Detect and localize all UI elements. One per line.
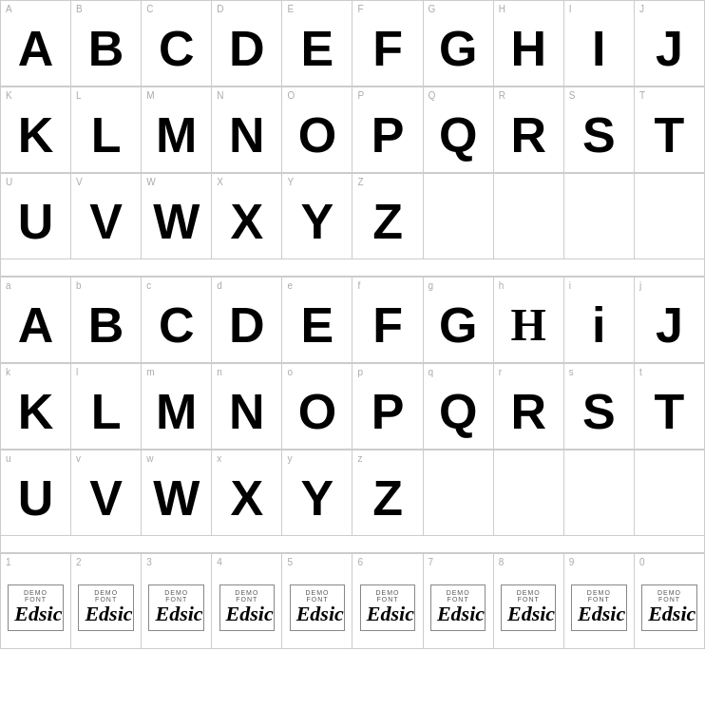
cell-label: i <box>569 280 571 291</box>
grid-cell: 3 DEMO FONT Edsic <box>142 554 212 649</box>
grid-cell: EE <box>282 1 352 86</box>
watermark-cell: DEMO FONT Edsic <box>282 581 352 634</box>
grid-cell: aA <box>1 278 71 363</box>
grid-cell: lL <box>71 364 142 450</box>
cell-character: V <box>89 473 123 523</box>
cell-label: d <box>217 280 222 291</box>
grid-cell: LL <box>71 87 142 173</box>
grid-cell: QQ <box>424 87 494 173</box>
cell-character: X <box>231 197 264 246</box>
lowercase-row-3: uUvVwWxXyYzZ <box>0 450 705 536</box>
cell-label: f <box>357 280 360 291</box>
cell-label: J <box>639 4 644 14</box>
watermark-top-text: DEMO FONT <box>648 589 691 603</box>
cell-character: J <box>656 24 683 73</box>
cell-label: L <box>76 90 82 101</box>
cell-character: E <box>301 24 334 73</box>
cell-label: t <box>639 367 642 377</box>
cell-character: U <box>18 473 54 523</box>
cell-label: s <box>569 367 574 377</box>
grid-cell <box>424 174 494 259</box>
cell-character: G <box>439 300 477 350</box>
cell-character: O <box>298 387 336 436</box>
grid-cell: mM <box>142 364 212 450</box>
grid-cell: GG <box>424 1 494 86</box>
uppercase-row-1: AABBCCDDEEFFGGHHIIJJ <box>0 0 705 86</box>
watermark-script-text: Edsic <box>14 603 57 625</box>
cell-label: 0 <box>639 557 645 567</box>
cell-character: J <box>656 300 683 350</box>
grid-cell: xX <box>212 450 282 536</box>
cell-character: I <box>592 24 605 73</box>
grid-cell <box>424 450 494 536</box>
cell-label: g <box>429 280 434 291</box>
grid-cell: MM <box>142 87 212 173</box>
grid-cell: nN <box>212 364 282 450</box>
watermark-cell: DEMO FONT Edsic <box>564 581 634 634</box>
cell-label: n <box>217 367 222 377</box>
cell-character: S <box>582 110 616 160</box>
grid-cell: ii <box>564 278 635 363</box>
cell-character: W <box>153 473 200 523</box>
watermark-top-text: DEMO FONT <box>155 589 198 603</box>
watermark-top-text: DEMO FONT <box>14 589 57 603</box>
grid-cell: uU <box>1 450 71 536</box>
watermark-top-text: DEMO FONT <box>85 589 127 603</box>
watermark-script-text: Edsic <box>578 603 620 625</box>
grid-cell: 7 DEMO FONT Edsic <box>424 554 494 649</box>
cell-character: Z <box>372 197 403 246</box>
watermark-script-text: Edsic <box>367 603 410 625</box>
grid-cell: NN <box>212 87 282 173</box>
grid-cell: jJ <box>635 278 705 363</box>
cell-label: j <box>639 280 641 291</box>
grid-cell: bB <box>71 278 142 363</box>
cell-character: Y <box>301 197 334 246</box>
grid-cell: 4 DEMO FONT Edsic <box>212 554 282 649</box>
cell-label: 7 <box>429 557 434 567</box>
cell-label: m <box>146 367 154 377</box>
watermark-script-text: Edsic <box>437 603 480 625</box>
cell-label: P <box>357 90 364 101</box>
cell-label: Y <box>287 177 294 187</box>
grid-cell: JJ <box>635 1 705 86</box>
cell-character: E <box>301 300 334 350</box>
cell-character: C <box>159 300 195 350</box>
grid-cell: 2 DEMO FONT Edsic <box>71 554 142 649</box>
cell-label: 9 <box>569 557 575 567</box>
cell-character: C <box>159 24 195 73</box>
cell-character: W <box>153 197 200 246</box>
grid-cell: fF <box>352 278 423 363</box>
cell-label: C <box>146 4 153 14</box>
grid-cell: DD <box>212 1 282 86</box>
cell-character: i <box>592 300 605 350</box>
grid-cell: OO <box>282 87 352 173</box>
cell-label: 8 <box>499 557 505 567</box>
cell-character: F <box>372 300 403 350</box>
cell-character: U <box>18 197 54 246</box>
cell-label: X <box>217 177 223 187</box>
cell-label: R <box>499 90 505 101</box>
grid-cell: TT <box>635 87 705 173</box>
grid-cell: vV <box>71 450 142 536</box>
cell-character: R <box>510 387 546 436</box>
grid-cell: 5 DEMO FONT Edsic <box>282 554 352 649</box>
cell-label: E <box>287 4 294 14</box>
grid-cell <box>635 174 705 259</box>
cell-label: x <box>217 453 221 464</box>
cell-label: D <box>217 4 223 14</box>
grid-cell: UU <box>1 174 71 259</box>
grid-cell: zZ <box>352 450 423 536</box>
watermark-cell: DEMO FONT Edsic <box>1 581 70 634</box>
cell-label: k <box>6 367 10 377</box>
cell-label: p <box>357 367 363 377</box>
cell-label: b <box>76 280 82 291</box>
cell-character: Q <box>439 387 477 436</box>
watermark-top-text: DEMO FONT <box>507 589 550 603</box>
cell-label: w <box>146 453 153 464</box>
grid-cell: HH <box>494 1 564 86</box>
cell-character: D <box>229 24 265 73</box>
cell-character: L <box>91 110 122 160</box>
cell-character: V <box>89 197 123 246</box>
cell-character: M <box>156 387 197 436</box>
grid-cell: kK <box>1 364 71 450</box>
